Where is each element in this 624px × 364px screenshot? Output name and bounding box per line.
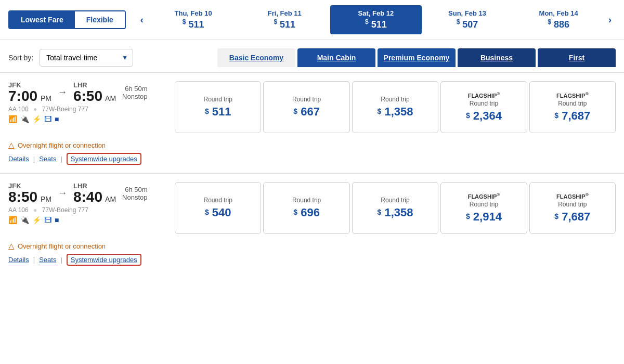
prev-date-arrow[interactable]: ‹ bbox=[136, 15, 148, 25]
depart-period-0: PM bbox=[38, 94, 51, 102]
cabin-header-1[interactable]: Main Cabin bbox=[297, 48, 375, 67]
overnight-warning-0: △ Overnight flight or connection bbox=[8, 137, 616, 151]
price-card-1-3[interactable]: FLAGSHIP® Round trip $ 2,914 bbox=[440, 182, 527, 234]
arrive-period-0: AM bbox=[103, 94, 116, 102]
sort-select[interactable]: Total travel timeDeparture timeArrival t… bbox=[40, 49, 133, 67]
departure-block-1: JFK 8:50 PM bbox=[8, 182, 51, 204]
date-price-3: $ 507 bbox=[424, 18, 511, 30]
price-card-1-4[interactable]: FLAGSHIP® Round trip $ 7,687 bbox=[529, 182, 616, 234]
usb-icon-0: ⚡ bbox=[32, 115, 41, 123]
overnight-text-0: Overnight flight or connection bbox=[18, 141, 106, 149]
price-card-price-1-2: $ 1,358 bbox=[378, 206, 413, 219]
price-card-0-0[interactable]: Round trip $ 511 bbox=[175, 81, 261, 133]
pipe-1-1: | bbox=[33, 256, 35, 264]
price-card-price-0-4: $ 7,687 bbox=[554, 109, 590, 123]
date-label-4: Mon, Feb 14 bbox=[515, 9, 602, 17]
flight-icons-1: 📶 🔌 ⚡ 🎞 ■ bbox=[8, 216, 166, 224]
flight-route-0: JFK 7:00 PM → LHR 6:50 AM bbox=[8, 81, 166, 103]
date-col-1[interactable]: Fri, Feb 11 $ 511 bbox=[239, 5, 330, 34]
date-label-2: Sat, Feb 12 bbox=[332, 9, 420, 17]
flight-row-1: JFK 8:50 PM → LHR 8:40 AM bbox=[8, 174, 616, 238]
price-card-0-1[interactable]: Round trip $ 667 bbox=[263, 81, 349, 133]
depart-period-1: PM bbox=[38, 195, 51, 203]
pipe-2-0: | bbox=[60, 155, 62, 163]
date-col-3[interactable]: Sun, Feb 13 $ 507 bbox=[422, 5, 513, 34]
price-card-price-0-0: $ 511 bbox=[205, 105, 231, 119]
duration-time-1: 6h 50m bbox=[122, 186, 147, 193]
depart-time-0: 7:00 bbox=[8, 89, 37, 103]
seats-link-1[interactable]: Seats bbox=[39, 256, 56, 264]
sort-label: Sort by: bbox=[8, 54, 33, 62]
sort-bar: Sort by: Total travel timeDeparture time… bbox=[0, 40, 624, 72]
date-price-0: $ 511 bbox=[150, 18, 237, 30]
systemwide-link-0[interactable]: Systemwide upgrades bbox=[67, 153, 141, 165]
date-label-3: Sun, Feb 13 bbox=[424, 9, 511, 17]
route-arrow-1: → bbox=[58, 188, 67, 199]
flight-row-0: JFK 7:00 PM → LHR 6:50 AM bbox=[8, 73, 616, 137]
flight-info-0: JFK 7:00 PM → LHR 6:50 AM bbox=[8, 81, 175, 133]
price-cards-1: Round trip $ 540 Round trip $ 696 Round … bbox=[175, 182, 616, 234]
entertainment-icon-0: 🎞 bbox=[44, 115, 51, 123]
price-card-1-0[interactable]: Round trip $ 540 bbox=[175, 182, 261, 234]
date-col-0[interactable]: Thu, Feb 10 $ 511 bbox=[148, 5, 239, 34]
flatbed-icon-0: ■ bbox=[55, 115, 59, 123]
price-card-price-0-2: $ 1,358 bbox=[378, 105, 413, 119]
warning-icon-0: △ bbox=[8, 140, 15, 150]
flight-section-0: JFK 7:00 PM → LHR 6:50 AM bbox=[0, 72, 624, 173]
date-columns: Thu, Feb 10 $ 511 Fri, Feb 11 $ 511 Sat,… bbox=[148, 5, 604, 34]
date-col-2[interactable]: Sat, Feb 12 $ 511 bbox=[330, 5, 422, 34]
price-card-0-2[interactable]: Round trip $ 1,358 bbox=[352, 81, 438, 133]
price-card-label-0-1: Round trip bbox=[292, 96, 321, 103]
flight-meta-0: AA 100 ● 77W-Boeing 777 bbox=[8, 106, 166, 113]
flight-info-1: JFK 8:50 PM → LHR 8:40 AM bbox=[8, 182, 175, 234]
details-link-0[interactable]: Details bbox=[8, 155, 29, 163]
wifi-icon-0: 📶 bbox=[8, 115, 17, 123]
stops-1: Nonstop bbox=[122, 193, 147, 201]
price-card-price-1-1: $ 696 bbox=[293, 206, 320, 219]
fare-type-bar: Lowest Fare Flexible ‹ Thu, Feb 10 $ 511… bbox=[0, 0, 624, 40]
arrival-block-1: LHR 8:40 AM bbox=[73, 182, 116, 204]
duration-time-0: 6h 50m bbox=[122, 85, 147, 93]
price-card-label-1-3: Round trip bbox=[470, 201, 498, 208]
date-col-4[interactable]: Mon, Feb 14 $ 886 bbox=[513, 5, 604, 34]
links-row-1: Details | Seats | Systemwide upgrades bbox=[8, 252, 616, 274]
power-icon-1: 🔌 bbox=[20, 216, 29, 224]
arrival-block-0: LHR 6:50 AM bbox=[73, 81, 116, 103]
date-price-2: $ 511 bbox=[332, 18, 420, 30]
pipe-1-0: | bbox=[33, 155, 35, 163]
flight-section-1: JFK 8:50 PM → LHR 8:40 AM bbox=[0, 173, 624, 274]
date-navigation: ‹ Thu, Feb 10 $ 511 Fri, Feb 11 $ 511 Sa… bbox=[136, 5, 616, 34]
depart-time-1: 8:50 bbox=[8, 190, 37, 204]
overnight-text-1: Overnight flight or connection bbox=[18, 242, 106, 250]
cabin-header-2[interactable]: Premium Economy bbox=[378, 48, 456, 67]
flagship-label-1-4: FLAGSHIP® bbox=[556, 192, 589, 200]
price-card-label-0-4: Round trip bbox=[558, 100, 587, 107]
departure-block-0: JFK 7:00 PM bbox=[8, 81, 51, 103]
price-card-1-1[interactable]: Round trip $ 696 bbox=[263, 182, 349, 234]
fare-type-toggle: Lowest Fare Flexible bbox=[8, 10, 126, 29]
flexible-button[interactable]: Flexible bbox=[75, 11, 125, 28]
flights-container: JFK 7:00 PM → LHR 6:50 AM bbox=[0, 72, 624, 274]
next-date-arrow[interactable]: › bbox=[604, 15, 616, 25]
price-card-1-2[interactable]: Round trip $ 1,358 bbox=[352, 182, 438, 234]
price-card-0-4[interactable]: FLAGSHIP® Round trip $ 7,687 bbox=[529, 81, 616, 133]
flagship-label-0-4: FLAGSHIP® bbox=[556, 92, 589, 99]
lowest-fare-button[interactable]: Lowest Fare bbox=[9, 11, 75, 28]
cabin-header-4[interactable]: First bbox=[538, 48, 616, 67]
systemwide-link-1[interactable]: Systemwide upgrades bbox=[67, 254, 141, 266]
details-link-1[interactable]: Details bbox=[8, 256, 29, 264]
cabin-header-3[interactable]: Business bbox=[458, 48, 536, 67]
seats-link-0[interactable]: Seats bbox=[39, 155, 56, 163]
flight-meta-1: AA 106 ● 77W-Boeing 777 bbox=[8, 206, 166, 214]
arrive-period-1: AM bbox=[103, 195, 116, 203]
cabin-header-0[interactable]: Basic Economy bbox=[217, 48, 295, 67]
price-card-0-3[interactable]: FLAGSHIP® Round trip $ 2,364 bbox=[440, 81, 527, 133]
flight-num-0: AA 100 bbox=[8, 106, 29, 113]
price-card-price-1-4: $ 7,687 bbox=[554, 210, 590, 224]
cabin-headers: Basic EconomyMain CabinPremium EconomyBu… bbox=[217, 48, 616, 67]
price-card-label-0-3: Round trip bbox=[470, 100, 498, 107]
warning-icon-1: △ bbox=[8, 241, 15, 251]
price-card-price-1-0: $ 540 bbox=[205, 206, 231, 219]
aircraft-0: 77W-Boeing 777 bbox=[42, 106, 88, 113]
price-card-price-0-3: $ 2,364 bbox=[466, 109, 502, 123]
